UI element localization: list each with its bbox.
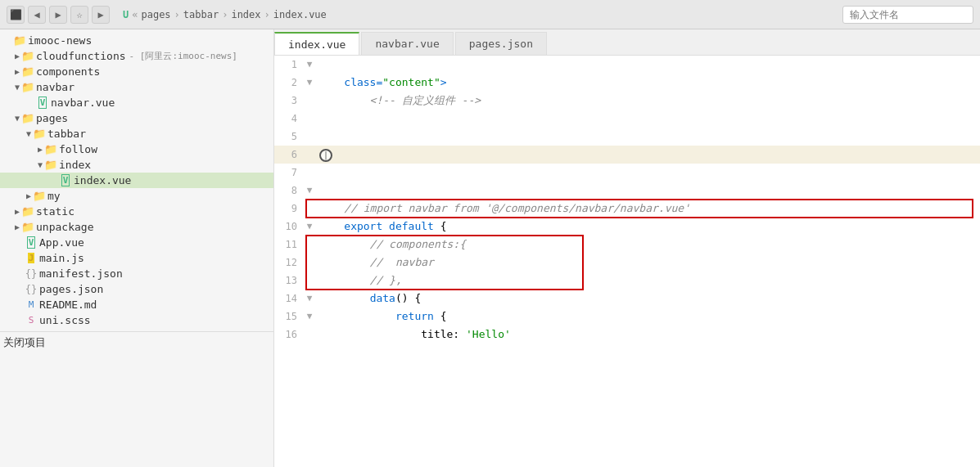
sidebar-label: my xyxy=(47,190,61,202)
code-line-11: 11 // components:{ xyxy=(274,236,980,254)
fold-indicator xyxy=(304,164,315,182)
sidebar-label: components xyxy=(36,65,100,78)
chevron-icon: ▼ xyxy=(26,129,31,138)
folder-icon: 📁 xyxy=(21,81,34,93)
sidebar-item-cloudfunctions[interactable]: ▶📁cloudfunctions- [阿里云:imooc-news] xyxy=(0,48,273,64)
code-line-16: 16 title: 'Hello' xyxy=(274,326,980,344)
breadcrumb: U « pages › tabbar › index › index.vue xyxy=(116,9,836,20)
fold-indicator xyxy=(304,92,315,110)
nav-back-btn[interactable]: ⬛ xyxy=(7,6,25,24)
fold-indicator[interactable]: ▼ xyxy=(304,290,315,308)
fold-indicator xyxy=(304,254,315,272)
code-content: title: 'Hello' xyxy=(315,326,980,344)
folder-icon: 📁 xyxy=(21,50,34,62)
sidebar-item-components[interactable]: ▶📁components xyxy=(0,64,273,79)
folder-icon: 📁 xyxy=(21,205,34,218)
code-content: class="content"> xyxy=(315,74,980,92)
code-content: data() { xyxy=(315,290,980,308)
sidebar-label: unpackage xyxy=(36,221,93,233)
folder-icon: 📁 xyxy=(33,190,46,202)
code-content: // import navbar from '@/components/navb… xyxy=(315,200,980,218)
fold-indicator xyxy=(304,200,315,218)
sidebar-label: navbar.vue xyxy=(51,97,115,109)
sidebar-item-App.vue[interactable]: VApp.vue xyxy=(0,235,273,250)
line-number: 1 xyxy=(274,56,304,74)
code-content xyxy=(315,164,980,182)
vue-icon: V xyxy=(59,175,72,186)
line-number: 2 xyxy=(274,74,304,92)
code-content: // }, xyxy=(315,272,980,290)
sidebar-item-index.vue[interactable]: Vindex.vue xyxy=(0,173,273,188)
line-number: 14 xyxy=(274,290,304,308)
sidebar-item-navbar[interactable]: ▼📁navbar xyxy=(0,79,273,95)
sidebar-item-tabbar[interactable]: ▼📁tabbar xyxy=(0,126,273,141)
code-line-6: 6| xyxy=(274,146,980,164)
sidebar-item-unpackage[interactable]: ▶📁unpackage xyxy=(0,219,273,235)
line-number: 16 xyxy=(274,326,304,344)
tab-pagesjson[interactable]: pages.json xyxy=(455,32,547,55)
editor-area: index.vuenavbar.vuepages.json 1▼2▼ class… xyxy=(274,29,980,467)
nav-fwd-btn2[interactable]: ▶ xyxy=(49,6,67,24)
fold-indicator[interactable]: ▼ xyxy=(304,218,315,236)
code-line-2: 2▼ class="content"> xyxy=(274,74,980,92)
tab-indexvue[interactable]: index.vue xyxy=(274,32,359,55)
breadcrumb-pages: pages xyxy=(141,9,170,20)
code-line-10: 10▼ export default { xyxy=(274,218,980,236)
sidebar-item-static[interactable]: ▶📁static xyxy=(0,204,273,219)
play-btn[interactable]: ▶ xyxy=(92,6,110,24)
fold-indicator[interactable]: ▼ xyxy=(304,308,315,326)
sidebar-label: main.js xyxy=(39,252,84,264)
code-content: // navbar xyxy=(315,254,980,272)
folder-icon: 📁 xyxy=(44,159,57,171)
sidebar-item-manifest.json[interactable]: {}manifest.json xyxy=(0,266,273,281)
line-number: 7 xyxy=(274,164,304,182)
folder-icon: 📁 xyxy=(21,112,34,124)
sidebar-label: pages xyxy=(36,112,68,124)
fold-indicator xyxy=(304,146,315,164)
sidebar-item-navbar.vue[interactable]: Vnavbar.vue xyxy=(0,95,273,110)
line-number: 4 xyxy=(274,110,304,128)
code-line-1: 1▼ xyxy=(274,56,980,74)
close-project-item[interactable]: 关闭项目 xyxy=(0,331,273,352)
sidebar-item-my[interactable]: ▶📁my xyxy=(0,188,273,204)
folder-icon: 📁 xyxy=(13,34,26,47)
sidebar-label: README.md xyxy=(39,299,97,311)
titlebar-nav[interactable]: ⬛ ◀ ▶ ☆ ▶ xyxy=(7,6,110,24)
tab-bar: index.vuenavbar.vuepages.json xyxy=(274,29,980,56)
sidebar-item-imooc-news[interactable]: 📁imooc-news xyxy=(0,33,273,48)
sidebar-item-index[interactable]: ▼📁index xyxy=(0,157,273,173)
fold-indicator[interactable]: ▼ xyxy=(304,182,315,200)
line-number: 5 xyxy=(274,128,304,146)
code-editor: 1▼2▼ class="content">3 <!-- 自定义组件 -->4 5… xyxy=(274,56,980,467)
line-number: 12 xyxy=(274,254,304,272)
sidebar-item-follow[interactable]: ▶📁follow xyxy=(0,141,273,157)
chevron-icon: ▼ xyxy=(38,160,43,169)
sidebar-item-uni.scss[interactable]: Suni.scss xyxy=(0,312,273,328)
nav-fwd-btn[interactable]: ◀ xyxy=(28,6,46,24)
sidebar-item-README.md[interactable]: MREADME.md xyxy=(0,297,273,312)
code-content: <!-- 自定义组件 --> xyxy=(315,92,980,110)
sidebar-item-pages.json[interactable]: {}pages.json xyxy=(0,281,273,297)
chevron-icon: ▼ xyxy=(15,83,20,92)
scss-icon: S xyxy=(25,315,38,326)
file-search-input[interactable] xyxy=(842,6,973,24)
code-line-13: 13 // }, xyxy=(274,272,980,290)
breadcrumb-index-folder: index xyxy=(231,9,260,20)
tab-navbarvue[interactable]: navbar.vue xyxy=(361,32,453,55)
sidebar-item-pages[interactable]: ▼📁pages xyxy=(0,110,273,126)
sidebar-label: index.vue xyxy=(74,174,131,186)
fold-indicator[interactable]: ▼ xyxy=(304,74,315,92)
bookmark-btn[interactable]: ☆ xyxy=(70,6,88,24)
chevron-icon: ▼ xyxy=(15,114,20,123)
chevron-icon: ▶ xyxy=(38,145,43,154)
fold-indicator[interactable]: ▼ xyxy=(304,56,315,74)
main-layout: 📁imooc-news▶📁cloudfunctions- [阿里云:imooc-… xyxy=(0,29,980,467)
sidebar-label: follow xyxy=(59,143,97,155)
sidebar-label: static xyxy=(36,205,75,218)
vue-icon: V xyxy=(25,237,38,248)
sidebar-item-main.js[interactable]: Jmain.js xyxy=(0,250,273,266)
folder-icon: 📁 xyxy=(21,221,34,233)
fold-indicator xyxy=(304,236,315,254)
line-number: 3 xyxy=(274,92,304,110)
fold-indicator xyxy=(304,110,315,128)
